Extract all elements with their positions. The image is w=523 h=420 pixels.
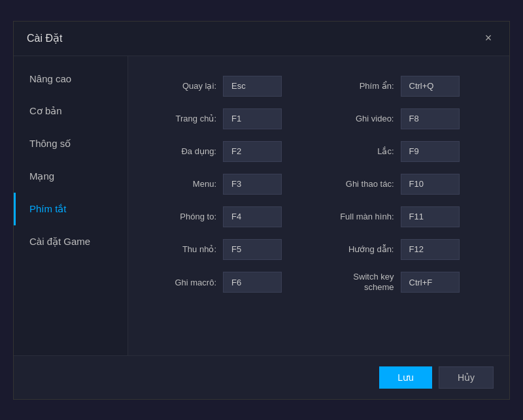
shortcut-row-quay-lai: Quay lại: Esc xyxy=(154,76,306,97)
sidebar-item-thong-so[interactable]: Thông số xyxy=(14,127,127,160)
shortcut-row-ghi-macro: Ghi macrô: F6 xyxy=(154,272,306,294)
dialog-title: Cài Đặt xyxy=(27,32,62,44)
dialog-header: Cài Đặt × xyxy=(14,22,509,56)
label-thu-nho: Thu nhỏ: xyxy=(154,244,216,254)
label-ghi-thao-tac: Ghi thao tác: xyxy=(332,179,394,189)
shortcut-row-ghi-video: Ghi video: F8 xyxy=(332,108,484,129)
shortcut-row-phong-to: Phóng to: F4 xyxy=(154,206,306,227)
shortcut-row-menu: Menu: F3 xyxy=(154,174,306,195)
save-button[interactable]: Lưu xyxy=(379,366,432,389)
shortcut-row-ghi-thao-tac: Ghi thao tác: F10 xyxy=(332,174,484,195)
close-button[interactable]: × xyxy=(481,31,496,46)
label-da-dung: Đa dụng: xyxy=(154,146,216,156)
label-phim-an: Phím ẩn: xyxy=(332,81,394,91)
key-switch-key[interactable]: Ctrl+F xyxy=(401,272,460,293)
label-switch-key: Switch key scheme xyxy=(332,272,394,294)
sidebar-item-phim-tat[interactable]: Phím tắt xyxy=(14,193,127,225)
shortcut-row-phim-an: Phím ẩn: Ctrl+Q xyxy=(332,76,484,97)
sidebar-item-cai-dat-game[interactable]: Cài đặt Game xyxy=(14,225,127,258)
shortcut-row-huong-dan: Hướng dẫn: F12 xyxy=(332,239,484,260)
label-full-man-hinh: Full màn hình: xyxy=(332,212,394,221)
sidebar-item-co-ban[interactable]: Cơ bản xyxy=(14,95,127,127)
label-huong-dan: Hướng dẫn: xyxy=(332,244,394,254)
label-phong-to: Phóng to: xyxy=(154,212,216,221)
shortcut-row-thu-nho: Thu nhỏ: F5 xyxy=(154,239,306,260)
key-thu-nho[interactable]: F5 xyxy=(223,239,282,260)
key-trang-chu[interactable]: F1 xyxy=(223,108,282,129)
key-phong-to[interactable]: F4 xyxy=(223,206,282,227)
key-ghi-thao-tac[interactable]: F10 xyxy=(401,174,460,195)
label-lac: Lắc: xyxy=(332,146,394,156)
shortcut-grid: Quay lại: Esc Phím ẩn: Ctrl+Q Trang chủ:… xyxy=(154,76,483,294)
label-menu: Menu: xyxy=(154,179,216,189)
key-lac[interactable]: F9 xyxy=(401,141,460,162)
dialog-footer: Lưu Hủy xyxy=(14,355,509,399)
key-quay-lai[interactable]: Esc xyxy=(223,76,282,97)
shortcut-row-lac: Lắc: F9 xyxy=(332,141,484,162)
shortcut-row-full-man-hinh: Full màn hình: F11 xyxy=(332,206,484,227)
label-quay-lai: Quay lại: xyxy=(154,81,216,91)
cancel-button[interactable]: Hủy xyxy=(439,366,494,389)
label-trang-chu: Trang chủ: xyxy=(154,114,216,123)
key-menu[interactable]: F3 xyxy=(223,174,282,195)
sidebar-item-mang[interactable]: Mạng xyxy=(14,160,127,193)
sidebar-item-nang-cao[interactable]: Nâng cao xyxy=(14,63,127,95)
shortcut-row-da-dung: Đa dụng: F2 xyxy=(154,141,306,162)
key-ghi-video[interactable]: F8 xyxy=(401,108,460,129)
key-da-dung[interactable]: F2 xyxy=(223,141,282,162)
key-full-man-hinh[interactable]: F11 xyxy=(401,206,460,227)
shortcuts-content: Quay lại: Esc Phím ẩn: Ctrl+Q Trang chủ:… xyxy=(128,56,509,355)
settings-dialog: Cài Đặt × Nâng cao Cơ bản Thông số Mạng … xyxy=(13,21,510,400)
key-huong-dan[interactable]: F12 xyxy=(401,239,460,260)
dialog-body: Nâng cao Cơ bản Thông số Mạng Phím tắt C… xyxy=(14,56,509,355)
shortcut-row-switch-key: Switch key scheme Ctrl+F xyxy=(332,272,484,294)
sidebar: Nâng cao Cơ bản Thông số Mạng Phím tắt C… xyxy=(14,56,128,355)
key-phim-an[interactable]: Ctrl+Q xyxy=(401,76,460,97)
label-ghi-macro: Ghi macrô: xyxy=(154,278,216,287)
key-ghi-macro[interactable]: F6 xyxy=(223,272,282,293)
label-ghi-video: Ghi video: xyxy=(332,114,394,123)
shortcut-row-trang-chu: Trang chủ: F1 xyxy=(154,108,306,129)
